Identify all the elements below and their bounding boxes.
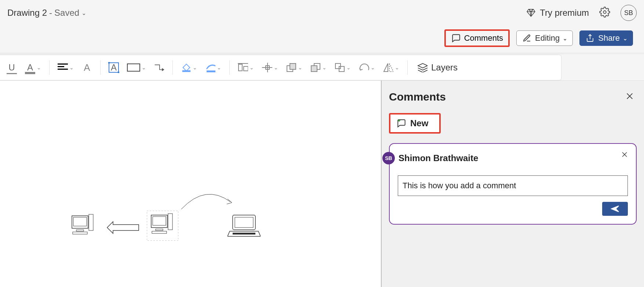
new-comment-button[interactable]: New: [389, 113, 441, 134]
chevron-down-icon: ⌄: [563, 35, 567, 42]
connector-button[interactable]: [153, 61, 166, 74]
new-comment-label: New: [410, 118, 428, 128]
svg-rect-31: [235, 217, 253, 228]
try-premium-label: Try premium: [540, 8, 589, 18]
rectangle-icon: [127, 63, 140, 72]
font-size-button[interactable]: A: [80, 61, 94, 74]
account-avatar[interactable]: SB: [621, 5, 637, 21]
svg-rect-6: [207, 70, 215, 72]
commenter-initials: SB: [385, 155, 392, 161]
line-color-icon: [205, 62, 215, 73]
font-color-dropdown[interactable]: A ⌄: [23, 61, 43, 74]
connector-icon: [154, 62, 164, 73]
toolbar-separator: [100, 60, 101, 75]
align-objects-icon: [238, 62, 248, 73]
underline-button[interactable]: U: [5, 61, 18, 74]
flip-dropdown[interactable]: ⌄: [382, 61, 401, 74]
line-color-dropdown[interactable]: ⌄: [204, 61, 223, 74]
title-row: Drawing 2 - Saved ⌄ Try premium: [7, 4, 637, 22]
svg-rect-28: [156, 229, 163, 230]
svg-point-0: [603, 11, 606, 14]
svg-rect-32: [233, 233, 255, 235]
editing-label: Editing: [535, 33, 560, 43]
comment-text-input[interactable]: [398, 175, 628, 196]
toolbar-wrap: U A ⌄ ⌄ A A ⌄ ⌄: [0, 55, 644, 80]
send-backward-icon: [310, 62, 321, 73]
fill-bucket-icon: [181, 62, 191, 73]
toolbar-separator: [49, 60, 50, 75]
svg-rect-23: [73, 232, 87, 234]
svg-rect-20: [73, 217, 87, 226]
svg-rect-16: [311, 66, 317, 72]
text-box-icon: A: [109, 62, 119, 73]
group-dropdown[interactable]: ⌄: [333, 61, 352, 74]
layers-icon: [417, 62, 427, 73]
chevron-down-icon: ⌄: [142, 65, 146, 70]
rotate-icon: [359, 62, 369, 73]
underline-icon: U: [7, 62, 17, 73]
svg-rect-19: [72, 216, 88, 228]
chevron-down-icon: ⌄: [371, 65, 375, 70]
computer-shape-selected-icon: [147, 211, 178, 241]
gear-icon: [599, 7, 610, 18]
text-box-button[interactable]: A: [107, 61, 120, 74]
close-panel-button[interactable]: [623, 90, 637, 104]
drawing-canvas[interactable]: [0, 80, 382, 287]
send-comment-button[interactable]: [602, 202, 628, 216]
bring-forward-dropdown[interactable]: ⌄: [285, 61, 304, 74]
comment-card-header: SB Shimon Brathwaite: [382, 152, 628, 164]
chevron-down-icon: ⌄: [69, 65, 74, 70]
fill-color-dropdown[interactable]: ⌄: [179, 61, 199, 74]
commenter-name: Shimon Brathwaite: [399, 153, 478, 163]
avatar-initials: SB: [624, 9, 633, 17]
svg-rect-22: [76, 230, 84, 231]
rotate-dropdown[interactable]: ⌄: [357, 61, 376, 74]
toolbar-separator: [407, 60, 408, 75]
group-icon: [335, 62, 345, 73]
comments-panel-title: Comments: [389, 91, 446, 103]
formatting-toolbar: U A ⌄ ⌄ A A ⌄ ⌄: [0, 55, 561, 80]
svg-rect-29: [152, 231, 167, 233]
pencil-icon: [522, 33, 532, 43]
chevron-down-icon: ⌄: [250, 65, 254, 70]
shape-rectangle-dropdown[interactable]: ⌄: [125, 62, 148, 73]
svg-rect-14: [290, 63, 296, 69]
svg-rect-3: [58, 69, 68, 70]
chevron-down-icon: ⌄: [298, 65, 302, 70]
computer-shape-icon: [70, 213, 95, 239]
toolbar-separator: [172, 60, 173, 75]
layers-button[interactable]: Layers: [414, 62, 458, 73]
chevron-down-icon: ⌄: [37, 65, 41, 70]
position-icon: [262, 62, 272, 73]
header-right: Try premium SB: [526, 5, 637, 21]
document-status-sep: -: [49, 8, 52, 18]
svg-rect-25: [151, 215, 167, 228]
svg-rect-26: [153, 217, 166, 225]
arrow-left-shape-icon: [106, 221, 139, 234]
send-backward-dropdown[interactable]: ⌄: [309, 61, 328, 74]
share-label: Share: [598, 33, 620, 43]
document-name: Drawing 2: [7, 8, 47, 18]
comments-panel-header: Comments: [389, 90, 637, 104]
position-dropdown[interactable]: ⌄: [261, 61, 280, 74]
chevron-down-icon: ⌄: [81, 10, 86, 17]
font-size-icon: A: [82, 62, 92, 73]
send-icon: [611, 205, 619, 212]
paragraph-align-dropdown[interactable]: ⌄: [56, 61, 75, 74]
svg-rect-2: [58, 66, 64, 67]
chevron-down-icon: ⌄: [346, 65, 351, 70]
flip-icon: [383, 62, 393, 73]
curved-arrow-icon: [180, 191, 235, 213]
diamond-icon: [526, 8, 536, 18]
comments-button[interactable]: Comments: [444, 29, 510, 47]
font-color-icon: A: [25, 62, 35, 73]
editing-mode-dropdown[interactable]: Editing ⌄: [516, 30, 573, 46]
share-button[interactable]: Share ⌄: [579, 30, 633, 46]
comment-card-close-button[interactable]: [621, 150, 628, 160]
document-title-dropdown[interactable]: Drawing 2 - Saved ⌄: [7, 8, 86, 18]
new-comment-icon: [396, 118, 407, 128]
comments-label: Comments: [464, 33, 503, 43]
settings-button[interactable]: [599, 7, 610, 19]
try-premium-button[interactable]: Try premium: [526, 8, 589, 18]
align-objects-dropdown[interactable]: ⌄: [236, 61, 255, 74]
